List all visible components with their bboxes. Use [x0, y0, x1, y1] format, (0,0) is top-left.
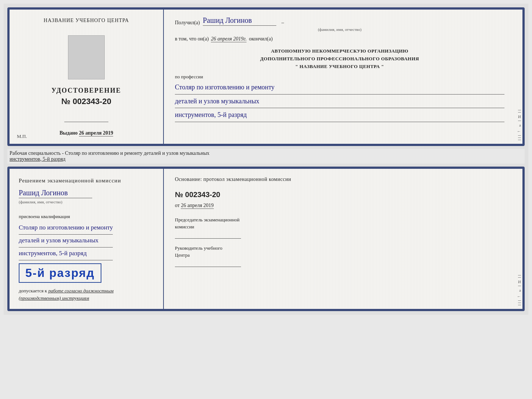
profession-line2: деталей и узлов музыкальных [175, 95, 504, 108]
from-date: от 26 апреля 2019 [175, 203, 504, 209]
top-document-card: НАЗВАНИЕ УЧЕБНОГО ЦЕНТРА УДОСТОВЕРЕНИЕ №… [7, 7, 525, 146]
issued-line: Выдано 26 апреля 2019 [60, 130, 113, 136]
panel-divider [64, 122, 108, 122]
cert-label: УДОСТОВЕРЕНИЕ [51, 87, 121, 95]
edge-letter-a2: а [519, 288, 521, 292]
recipient-name-bottom: Рашид Логинов [19, 189, 92, 198]
admits-prefix: допускается к [19, 288, 47, 293]
edge-letter-i: И [518, 114, 521, 119]
page-wrapper: НАЗВАНИЕ УЧЕБНОГО ЦЕНТРА УДОСТОВЕРЕНИЕ №… [4, 4, 528, 315]
chairman-title: Председатель экзаменационной комиссии [175, 216, 504, 231]
issued-date: 26 апреля 2019 [79, 130, 113, 136]
chairman-signature-line [175, 232, 241, 239]
rank-highlight-box: 5-й разряд [19, 263, 101, 283]
received-prefix: Получил(а) [175, 20, 200, 26]
edge-bar [518, 110, 521, 110]
commission-title: Решением экзаменационной комиссии [19, 176, 121, 185]
edge-letter-i2: И [518, 279, 521, 284]
qualification-handwritten: Столяр по изготовлению и ремонту деталей… [19, 222, 113, 261]
org-line3: " НАЗВАНИЕ УЧЕБНОГО ЦЕНТРА " [175, 63, 504, 71]
assigned-label: присвоена квалификация [19, 214, 70, 220]
edge-letter-arrow2: ← [517, 294, 521, 299]
edge-bar [518, 286, 521, 286]
rank-text: 5-й разряд [25, 266, 95, 279]
basis-title: Основание: протокол экзаменационной коми… [175, 175, 504, 183]
chairman-title-1: Председатель экзаменационной [175, 217, 240, 222]
cert-number: № 002343-20 [61, 97, 111, 106]
protocol-number: № 002343-20 [175, 190, 504, 199]
director-block: Руководитель учебного Центра [175, 245, 504, 267]
top-left-panel: НАЗВАНИЕ УЧЕБНОГО ЦЕНТРА УДОСТОВЕРЕНИЕ №… [10, 10, 164, 144]
director-signature-line [175, 260, 241, 267]
edge-bar [518, 300, 521, 301]
top-right-panel: Получил(а) Рашид Логинов – (фамилия, имя… [164, 10, 515, 144]
edge-bar [518, 121, 521, 121]
qual-line1: Столяр по изготовлению и ремонту [19, 222, 113, 235]
recipient-name-top: Рашид Логинов [203, 16, 276, 26]
name-subtitle-top: (фамилия, имя, отчество) [175, 27, 504, 32]
edge-bar [518, 275, 521, 275]
director-title-1: Руководитель учебного [175, 245, 222, 251]
profession-line1: Столяр по изготовлению и ремонту [175, 81, 504, 94]
qual-line3: инструментов, 5-й разряд [19, 247, 113, 260]
edge-bar [518, 135, 521, 136]
received-line: Получил(а) Рашид Логинов – [175, 16, 504, 26]
edge-bar [518, 112, 521, 113]
director-title-2: Центра [175, 252, 190, 258]
edge-bar [518, 303, 521, 303]
from-date-val: 26 апреля 2019 [181, 203, 213, 209]
top-right-edge: И а ← [515, 10, 522, 144]
chairman-title-2: комиссии [175, 224, 194, 229]
bottom-left-panel: Решением экзаменационной комиссии Рашид … [10, 169, 164, 309]
photo-placeholder [68, 35, 105, 79]
name-subtitle-bottom: (фамилия, имя, отчество) [19, 200, 62, 204]
admits-text: работе согласно должностным [48, 288, 114, 293]
in-that-line: в том, что он(а) 26 апреля 2019г. окончи… [175, 36, 504, 42]
org-block: АВТОНОМНУЮ НЕКОММЕРЧЕСКУЮ ОРГАНИЗАЦИЮ ДО… [175, 47, 504, 70]
issued-prefix: Выдано [60, 130, 78, 136]
director-title: Руководитель учебного Центра [175, 245, 504, 259]
in-that-prefix: в том, что он(а) [175, 36, 209, 42]
from-prefix: от [175, 203, 180, 208]
admits-line: допускается к работе согласно должностны… [19, 287, 114, 302]
edge-bar [518, 305, 521, 305]
in-that-date: 26 апреля 2019г. [211, 36, 247, 42]
org-line2: ДОПОЛНИТЕЛЬНОГО ПРОФЕССИОНАЛЬНОГО ОБРАЗО… [175, 55, 504, 63]
dash-1: – [281, 20, 284, 26]
edge-bar [518, 140, 521, 140]
between-text-underline: инструментов, 5-й разряд [10, 156, 65, 162]
finished-label: окончил(а) [249, 36, 273, 42]
between-label: Рабочая специальность - Столяр по изгото… [7, 149, 525, 164]
top-center-title: НАЗВАНИЕ УЧЕБНОГО ЦЕНТРА [44, 17, 129, 24]
qual-line2: деталей и узлов музыкальных [19, 235, 113, 247]
bottom-document-card: Решением экзаменационной комиссии Рашид … [7, 167, 525, 311]
profession-line3: инструментов, 5-й разряд [175, 109, 504, 122]
edge-letter-arrow: ← [517, 129, 521, 133]
org-line1: АВТОНОМНУЮ НЕКОММЕРЧЕСКУЮ ОРГАНИЗАЦИЮ [175, 47, 504, 55]
chairman-block: Председатель экзаменационной комиссии [175, 216, 504, 239]
profession-prefix: по профессии [175, 74, 504, 80]
bottom-right-edge: И а ← [515, 169, 522, 309]
edge-bar [518, 277, 521, 278]
profession-handwritten: Столяр по изготовлению и ремонту деталей… [175, 81, 504, 122]
edge-bar [518, 138, 521, 138]
between-text-plain: Рабочая специальность - Столяр по изгото… [10, 150, 209, 156]
mp-label: М.П. [17, 133, 27, 139]
bottom-right-panel: Основание: протокол экзаменационной коми… [164, 169, 515, 309]
edge-letter-a: а [519, 123, 521, 127]
admits-text2: (производственным) инструкциям [19, 295, 89, 301]
